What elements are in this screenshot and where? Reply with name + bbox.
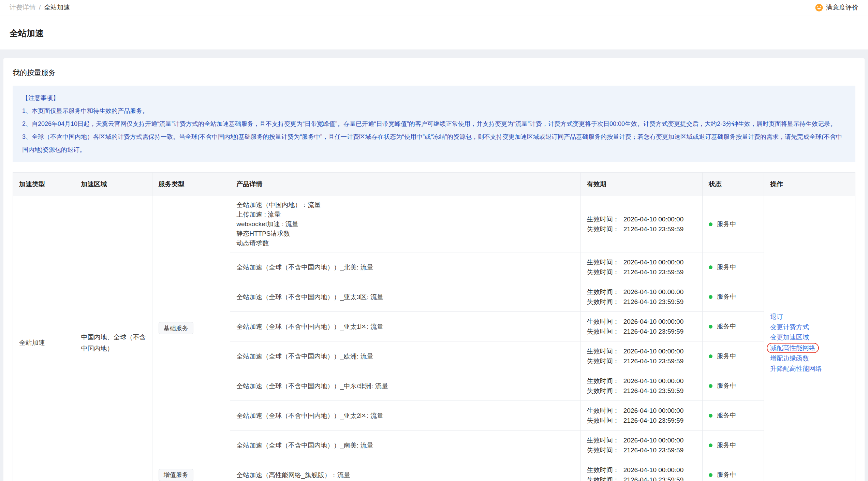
status-cell: 服务中 [702, 282, 764, 312]
notice-box: 【注意事项】 1、本页面仅显示服务中和待生效的产品服务。 2、自2026年04月… [13, 86, 855, 162]
accel-type-cell: 全站加速 [13, 196, 75, 481]
breadcrumb-separator: / [39, 4, 41, 11]
product-detail-cell: 全站加速（全球（不含中国内地））_北美: 流量 [230, 252, 581, 282]
notice-title: 【注意事项】 [22, 91, 846, 104]
page-header: 全站加速 [0, 15, 868, 49]
status-dot-icon [709, 473, 712, 477]
status-badge: 服务中 [717, 381, 736, 390]
red-highlight-box: 减配高性能网络 [767, 343, 819, 353]
col-header-service-type: 服务类型 [152, 173, 230, 196]
validity-cell: 生效时间：2026-04-10 00:00:00 失效时间：2126-04-10… [580, 460, 702, 481]
col-header-accel-type: 加速类型 [13, 173, 75, 196]
product-detail-cell: 全站加速（全球（不含中国内地））_亚太2区: 流量 [230, 401, 581, 431]
action-upgrade-downgrade-hpn[interactable]: 升降配高性能网络 [770, 364, 850, 374]
table-row: 全站加速 中国内地、全球（不含中国内地） 基础服务 全站加速（中国内地）：流量 … [13, 196, 855, 252]
status-badge: 服务中 [717, 411, 736, 420]
status-cell: 服务中 [702, 401, 764, 431]
notice-item-2: 2、自2026年04月10日起，天翼云官网仅支持开通“流量”计费方式的全站加速基… [22, 117, 846, 130]
status-cell: 服务中 [702, 252, 764, 282]
action-change-accel-region[interactable]: 变更加速区域 [770, 332, 850, 342]
status-cell: 服务中 [702, 196, 764, 252]
satisfaction-feedback-button[interactable]: 满意度评价 [815, 3, 858, 12]
validity-cell: 生效时间：2026-04-10 00:00:00 失效时间：2126-04-10… [580, 252, 702, 282]
product-detail-cell: 全站加速（全球（不含中国内地））_中东/非洲: 流量 [230, 371, 581, 401]
basic-service-badge: 基础服务 [159, 322, 193, 334]
effective-label: 生效时间： [587, 216, 619, 223]
col-header-accel-region: 加速区域 [75, 173, 152, 196]
col-header-product-detail: 产品详情 [230, 173, 581, 196]
status-cell: 服务中 [702, 341, 764, 371]
status-dot-icon [709, 265, 712, 269]
section-title: 我的按量服务 [13, 68, 855, 77]
smiley-icon [815, 4, 823, 12]
action-add-edge-function[interactable]: 增配边缘函数 [770, 353, 850, 364]
validity-cell: 生效时间：2026-04-10 00:00:00 失效时间：2126-04-10… [580, 401, 702, 431]
product-line: 动态请求数 [236, 238, 575, 248]
breadcrumb-current-page: 全站加速 [44, 3, 70, 12]
status-dot-icon [709, 354, 712, 358]
product-line: websocket加速 : 流量 [236, 219, 575, 229]
validity-cell: 生效时间：2026-04-10 00:00:00 失效时间：2126-04-10… [580, 371, 702, 401]
status-badge: 服务中 [717, 292, 736, 301]
product-line: 上传加速 : 流量 [236, 210, 575, 219]
status-badge: 服务中 [717, 470, 736, 479]
status-badge: 服务中 [717, 441, 736, 450]
expire-label: 失效时间： [587, 225, 619, 233]
divider-band [0, 49, 868, 58]
status-badge: 服务中 [717, 220, 736, 229]
product-detail-cell: 全站加速（中国内地）：流量 上传加速 : 流量 websocket加速 : 流量… [230, 196, 581, 252]
col-header-validity: 有效期 [580, 173, 702, 196]
status-cell: 服务中 [702, 431, 764, 460]
validity-cell: 生效时间：2026-04-10 00:00:00 失效时间：2126-04-10… [580, 312, 702, 341]
expire-time: 2126-04-10 23:59:59 [623, 225, 683, 233]
status-badge: 服务中 [717, 322, 736, 331]
accel-region-cell: 中国内地、全球（不含中国内地） [75, 196, 152, 481]
product-detail-cell: 全站加速（全球（不含中国内地））_南美: 流量 [230, 431, 581, 460]
notice-item-1: 1、本页面仅显示服务中和待生效的产品服务。 [22, 104, 846, 117]
product-line: 静态HTTPS请求数 [236, 229, 575, 238]
top-bar: 计费详情 / 全站加速 满意度评价 [0, 0, 868, 15]
col-header-status: 状态 [702, 173, 764, 196]
service-type-value-added-cell: 增值服务 [152, 460, 230, 481]
breadcrumb: 计费详情 / 全站加速 [10, 3, 70, 12]
operations-cell: 退订 变更计费方式 变更加速区域 减配高性能网络 增配边缘函数 升降配高性能网络 [764, 196, 855, 481]
status-cell: 服务中 [702, 371, 764, 401]
status-cell: 服务中 [702, 312, 764, 341]
validity-cell: 生效时间：2026-04-10 00:00:00 失效时间：2126-04-10… [580, 282, 702, 312]
services-table: 加速类型 加速区域 服务类型 产品详情 有效期 状态 操作 全站加速 中国内地、… [13, 172, 855, 481]
status-dot-icon [709, 325, 712, 329]
status-cell: 服务中 [702, 460, 764, 481]
status-dot-icon [709, 384, 712, 388]
product-line: 全站加速（中国内地）：流量 [236, 200, 575, 210]
action-change-billing-method[interactable]: 变更计费方式 [770, 322, 850, 332]
action-unsubscribe[interactable]: 退订 [770, 312, 850, 322]
status-badge: 服务中 [717, 263, 736, 272]
product-detail-cell: 全站加速（高性能网络_旗舰版）：流量 [230, 460, 581, 481]
feedback-label: 满意度评价 [826, 3, 858, 12]
action-reduce-high-performance-network[interactable]: 减配高性能网络 [770, 342, 850, 353]
col-header-operation: 操作 [764, 173, 855, 196]
status-badge: 服务中 [717, 352, 736, 361]
value-added-service-badge: 增值服务 [159, 469, 193, 481]
product-detail-cell: 全站加速（全球（不含中国内地））_亚太1区: 流量 [230, 312, 581, 341]
effective-time: 2026-04-10 00:00:00 [623, 216, 683, 223]
validity-cell: 生效时间：2026-04-10 00:00:00 失效时间：2126-04-10… [580, 341, 702, 371]
validity-cell: 生效时间：2026-04-10 00:00:00 失效时间：2126-04-10… [580, 431, 702, 460]
pay-as-you-go-card: 我的按量服务 【注意事项】 1、本页面仅显示服务中和待生效的产品服务。 2、自2… [3, 58, 865, 481]
notice-item-3: 3、全球（不含中国内地）各区域的计费方式需保持一致。当全球(不含中国内地)基础服… [22, 130, 846, 156]
validity-cell: 生效时间：2026-04-10 00:00:00 失效时间：2126-04-10… [580, 196, 702, 252]
table-header-row: 加速类型 加速区域 服务类型 产品详情 有效期 状态 操作 [13, 173, 855, 196]
breadcrumb-billing-detail[interactable]: 计费详情 [10, 3, 35, 12]
status-dot-icon [709, 414, 712, 418]
product-detail-cell: 全站加速（全球（不含中国内地））_欧洲: 流量 [230, 341, 581, 371]
service-type-basic-cell: 基础服务 [152, 196, 230, 460]
status-dot-icon [709, 443, 712, 447]
status-dot-icon [709, 222, 712, 226]
product-detail-cell: 全站加速（全球（不含中国内地））_亚太3区: 流量 [230, 282, 581, 312]
status-dot-icon [709, 295, 712, 299]
page-title: 全站加速 [10, 28, 858, 39]
